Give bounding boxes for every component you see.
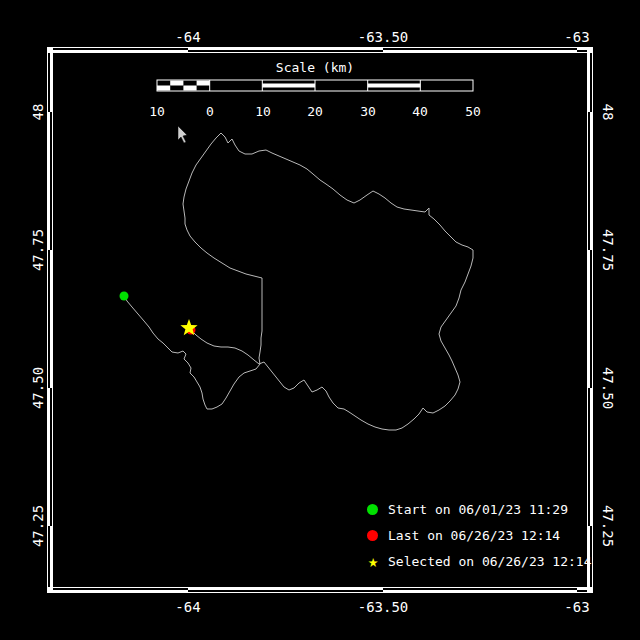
mouse-cursor-icon bbox=[178, 126, 187, 143]
plot-border-segment bbox=[48, 388, 50, 526]
plot-border-segment bbox=[47, 47, 53, 53]
plot-border-segment bbox=[590, 388, 592, 526]
legend-item-start: Start on 06/01/23 11:29 bbox=[358, 498, 568, 520]
selected-marker-icon: ★ bbox=[358, 553, 388, 570]
lat-axis-label-left: 48 bbox=[30, 104, 46, 121]
start-marker-icon bbox=[367, 504, 378, 515]
plot-border-segment bbox=[47, 587, 53, 593]
plot-border-segment bbox=[590, 112, 592, 250]
lat-axis-label-right: 47.50 bbox=[600, 367, 616, 409]
plot-border-segment bbox=[383, 590, 577, 592]
start-point bbox=[120, 292, 129, 301]
map-plot-window: -64 -63.50 -63 -64 -63.50 -63 48 47.75 4… bbox=[0, 0, 640, 640]
lon-axis-label-bottom: -63 bbox=[564, 599, 589, 615]
lon-axis-label-top: -64 bbox=[175, 29, 200, 45]
scalebar-band bbox=[368, 84, 421, 88]
plot-border-segment bbox=[188, 588, 383, 590]
legend-label: Last on 06/26/23 12:14 bbox=[388, 528, 560, 543]
lat-axis-label-right: 47.75 bbox=[600, 229, 616, 271]
lat-axis-label-left: 47.75 bbox=[30, 229, 46, 271]
scalebar-tick-label: 0 bbox=[206, 104, 214, 119]
scalebar-title: Scale (km) bbox=[276, 60, 354, 75]
last-marker-icon bbox=[367, 530, 378, 541]
legend-item-last: Last on 06/26/23 12:14 bbox=[358, 524, 560, 546]
scalebar-tick-label: 30 bbox=[360, 104, 376, 119]
legend-label: Selected on 06/26/23 12:14 bbox=[388, 554, 592, 569]
lon-axis-label-bottom: -64 bbox=[175, 599, 200, 615]
scalebar-checker-cell bbox=[183, 86, 196, 91]
plot-border-segment bbox=[47, 590, 188, 592]
scalebar-checker-cell bbox=[197, 81, 210, 86]
plot-border-segment bbox=[188, 48, 383, 50]
plot-border-segment bbox=[588, 47, 590, 112]
scalebar-tick-label: 10 bbox=[255, 104, 271, 119]
scalebar-tick-label: 40 bbox=[412, 104, 428, 119]
lon-axis-label-top: -63.50 bbox=[358, 29, 409, 45]
lat-axis-label-left: 47.50 bbox=[30, 367, 46, 409]
plot-border-segment bbox=[48, 112, 50, 250]
scalebar-checker-cell bbox=[170, 81, 183, 86]
lon-axis-label-top: -63 bbox=[564, 29, 589, 45]
legend-label: Start on 06/01/23 11:29 bbox=[388, 502, 568, 517]
scalebar-tick-label: 50 bbox=[465, 104, 481, 119]
scalebar-tick-label: 10 bbox=[149, 104, 165, 119]
plot-border-segment bbox=[47, 50, 188, 52]
lon-axis-label-bottom: -63.50 bbox=[358, 599, 409, 615]
scalebar-checker-cell bbox=[157, 86, 170, 91]
plot-border-segment bbox=[587, 587, 593, 593]
plot-border-segment bbox=[50, 47, 52, 112]
scalebar-tick-label: 20 bbox=[307, 104, 323, 119]
lat-axis-label-right: 47.25 bbox=[600, 505, 616, 547]
plot-border-segment bbox=[383, 50, 577, 52]
lat-axis-label-right: 48 bbox=[600, 104, 616, 121]
plot-border-segment bbox=[588, 250, 590, 388]
plot-border-segment bbox=[50, 526, 52, 590]
scalebar-band bbox=[262, 84, 315, 88]
plot-border-segment bbox=[587, 47, 593, 53]
legend-item-selected: ★ Selected on 06/26/23 12:14 bbox=[358, 550, 592, 572]
lat-axis-label-left: 47.25 bbox=[30, 505, 46, 547]
drifter-track bbox=[124, 133, 473, 430]
plot-border-segment bbox=[50, 250, 52, 388]
